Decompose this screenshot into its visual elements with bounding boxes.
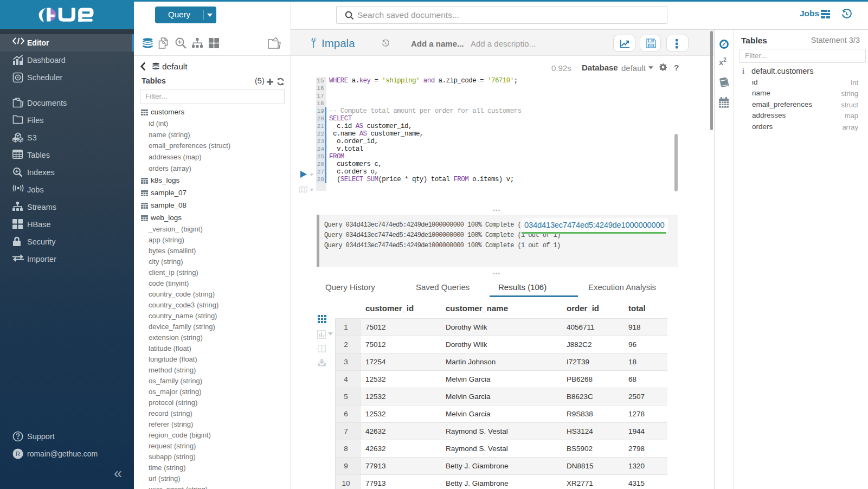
svg-text:R: R <box>16 451 20 457</box>
